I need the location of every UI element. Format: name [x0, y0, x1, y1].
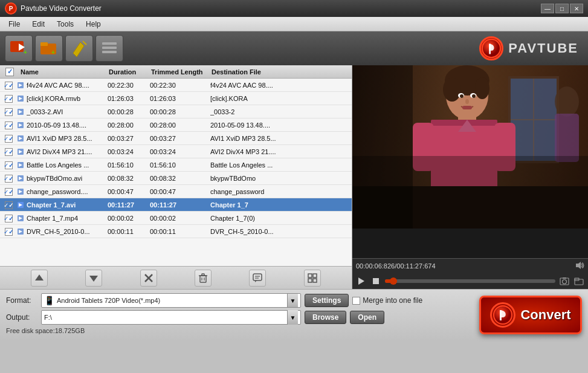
select-all-checkbox[interactable] [5, 68, 14, 76]
svg-rect-64 [555, 114, 579, 162]
svg-marker-84 [576, 262, 581, 269]
row-checkbox[interactable]: ✓ [0, 121, 17, 129]
row-duration: 00:00:11 [108, 228, 150, 235]
add-folder-button[interactable]: + [35, 35, 63, 62]
table-row[interactable]: ✓ AVI2 DivX4 MP3 21.... 00:03:24 00:03:2… [0, 145, 352, 158]
browse-button[interactable]: Browse [305, 311, 346, 324]
progress-bar[interactable] [385, 279, 555, 283]
add-video-button[interactable]: + [5, 35, 33, 62]
row-trimmed: 00:28:00 [150, 122, 210, 129]
merge-text: Merge into one file [363, 296, 422, 305]
row-checkbox[interactable]: ✓ [0, 201, 17, 209]
move-down-button[interactable] [85, 270, 102, 287]
screenshot-button[interactable] [559, 276, 570, 287]
row-checkbox[interactable]: ✓ [0, 108, 17, 116]
row-name: Chapter 1_7.avi [27, 201, 108, 209]
row-trimmed: 01:56:10 [150, 161, 210, 169]
app-icon: P [5, 2, 17, 15]
svg-text:+: + [51, 49, 55, 56]
stop-button[interactable] [370, 276, 381, 287]
header-duration: Duration [109, 68, 151, 76]
table-row[interactable]: ✓ f4v24 AVC AAC 98.... 00:22:30 00:22:30… [0, 79, 352, 92]
row-checkbox[interactable]: ✓ [0, 227, 17, 236]
row-name: change_password.... [27, 188, 108, 195]
svg-marker-48 [255, 281, 257, 282]
format-dropdown-arrow[interactable]: ▼ [287, 293, 298, 308]
convert-button[interactable]: Convert [479, 296, 582, 334]
diskspace-text: Free disk space:18.725GB [6, 327, 85, 334]
menu-edit[interactable]: Edit [26, 19, 51, 30]
table-row[interactable]: ✓ Battle Los Angeles ... 01:56:10 01:56:… [0, 158, 352, 172]
row-trimmed: 00:03:27 [150, 135, 210, 142]
table-row[interactable]: ✓ [click].KORA.rmvb 01:26:03 01:26:03 [c… [0, 92, 352, 105]
row-checkbox[interactable]: ✓ [0, 161, 17, 169]
row-checkbox[interactable]: ✓ [0, 187, 17, 196]
svg-rect-10 [102, 47, 117, 49]
move-up-button[interactable] [31, 270, 48, 287]
grid-button[interactable] [304, 270, 321, 287]
row-checkbox[interactable]: ✓ [0, 148, 17, 156]
table-row[interactable]: ✓ DVR_CH-5_2010-0... 00:00:11 00:00:11 D… [0, 225, 352, 238]
comment-button[interactable] [249, 270, 266, 287]
preview-timecode: 00:00:06:826/00:11:27:674 [352, 258, 588, 273]
menu-file[interactable]: File [2, 19, 26, 30]
volume-icon [575, 261, 584, 271]
settings-button[interactable]: Settings [305, 294, 349, 307]
svg-rect-52 [313, 274, 317, 277]
row-checkbox[interactable]: ✓ [0, 94, 17, 103]
format-icon: 📱 [44, 296, 54, 305]
minimize-button[interactable]: — [541, 4, 554, 13]
format-select[interactable]: 📱 Android Tablets 720P Video(*.mp4) ▼ [41, 293, 301, 308]
file-table-header: Name Duration Trimmed Length Destination… [0, 65, 352, 79]
row-name: f4v24 AVC AAC 98.... [27, 82, 108, 89]
row-name: AVI2 DivX4 MP3 21.... [27, 148, 108, 155]
row-checkbox[interactable]: ✓ [0, 214, 17, 222]
output-dropdown-arrow[interactable]: ▼ [287, 310, 298, 325]
svg-rect-6 [40, 42, 48, 46]
svg-point-63 [555, 86, 579, 117]
svg-rect-42 [200, 276, 206, 282]
header-dest: Destination File [212, 68, 308, 76]
row-trimmed: 00:00:02 [150, 215, 210, 222]
output-label: Output: [6, 313, 37, 322]
merge-checkbox[interactable] [352, 297, 360, 305]
delete-button[interactable] [195, 270, 212, 287]
close-button[interactable]: ✕ [570, 4, 583, 13]
pavtube-logo: PAVTUBE [479, 36, 578, 60]
table-row[interactable]: ✓ AVI1 XviD MP3 28.5... 00:03:27 00:03:2… [0, 132, 352, 145]
table-row[interactable]: ✓ change_password.... 00:00:47 00:00:47 … [0, 185, 352, 198]
row-trimmed: 00:22:30 [150, 82, 210, 89]
row-duration: 00:00:28 [108, 108, 150, 115]
table-row[interactable]: ✓ Chapter 1_7.avi 00:11:27 00:11:27 Chap… [0, 198, 352, 212]
row-checkbox[interactable]: ✓ [0, 81, 17, 89]
folder-button[interactable] [573, 276, 584, 287]
open-button[interactable]: Open [350, 311, 384, 324]
header-trimmed: Trimmed Length [151, 68, 212, 76]
list-button[interactable] [95, 35, 123, 62]
row-duration: 01:26:03 [108, 95, 150, 102]
progress-thumb [390, 277, 397, 285]
table-row[interactable]: ✓ Chapter 1_7.mp4 00:00:02 00:00:02 Chap… [0, 212, 352, 225]
row-checkbox[interactable]: ✓ [0, 174, 17, 183]
row-duration: 01:56:10 [108, 161, 150, 169]
table-row[interactable]: ✓ 2010-05-09 13.48.... 00:28:00 00:28:00… [0, 118, 352, 132]
row-name: _0033-2.AVI [27, 108, 108, 115]
output-select[interactable]: F:\ ▼ [41, 310, 301, 325]
logo-icon [479, 36, 503, 60]
menu-help[interactable]: Help [80, 19, 107, 30]
svg-marker-38 [35, 274, 44, 281]
row-name: 2010-05-09 13.48.... [27, 122, 108, 129]
edit-button[interactable] [65, 35, 93, 62]
svg-marker-39 [89, 276, 98, 282]
merge-label[interactable]: Merge into one file [352, 296, 422, 305]
file-table-body[interactable]: ✓ f4v24 AVC AAC 98.... 00:22:30 00:22:30… [0, 79, 352, 266]
table-row[interactable]: ✓ _0033-2.AVI 00:00:28 00:00:28 _0033-2 [0, 105, 352, 118]
play-button[interactable] [356, 276, 367, 287]
table-row[interactable]: ✓ bkypwTBdOmo.avi 00:08:32 00:08:32 bkyp… [0, 172, 352, 185]
remove-button[interactable] [140, 270, 157, 287]
maximize-button[interactable]: □ [555, 4, 569, 13]
menu-tools[interactable]: Tools [51, 19, 80, 30]
title-bar: P Pavtube Video Converter — □ ✕ [0, 0, 588, 17]
row-checkbox[interactable]: ✓ [0, 134, 17, 143]
preview-area: 00:00:06:826/00:11:27:674 [352, 65, 588, 289]
